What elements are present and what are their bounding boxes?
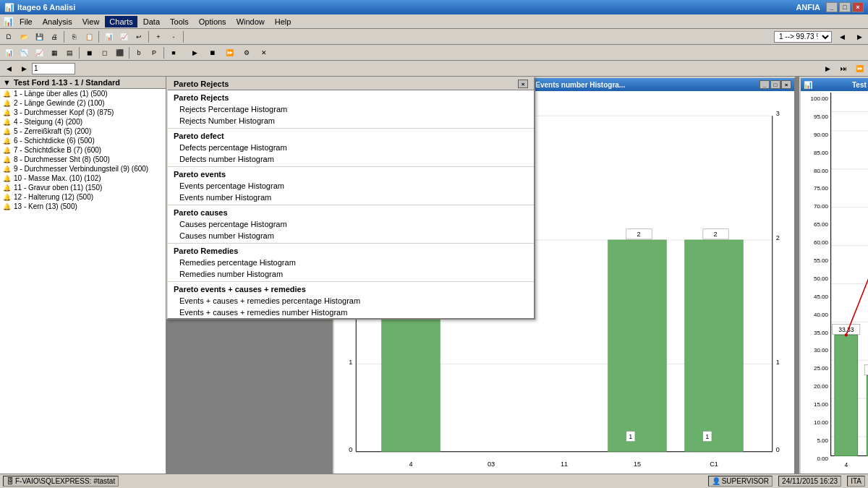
sidebar-item-12[interactable]: 🔔12 - Halterung (12) (500) [0, 192, 166, 202]
paste-button[interactable]: 📋 [82, 30, 96, 43]
sidebar-item-5[interactable]: 🔔5 - Zerreißkraft (5) (200) [0, 127, 166, 136]
menu-data[interactable]: Data [139, 16, 164, 27]
tree-icon-2: 🔔 [3, 100, 11, 107]
menu-tools[interactable]: Tools [166, 16, 193, 27]
undo-button[interactable]: ↩ [132, 30, 146, 43]
t2-btn2[interactable]: 📉 [17, 46, 31, 59]
sidebar-item-1[interactable]: 🔔1 - Länge über alles (1) (500) [0, 89, 166, 98]
toolbar-3: ◀ ▶ ▶ ⏭ ⏩ [0, 61, 868, 77]
dropdown-option-5-0[interactable]: Events + causes + remedies percentage Hi… [168, 295, 534, 307]
t2-btn7[interactable]: ◻ [97, 46, 111, 59]
dropdown-sep-0 [168, 128, 534, 129]
chart1-minimize[interactable]: _ [760, 80, 770, 89]
t2-btn10[interactable]: P [147, 46, 161, 59]
sidebar-item-13[interactable]: 🔔13 - Kern (13) (500) [0, 202, 166, 211]
t2-btn1[interactable]: 📊 [1, 46, 16, 59]
toolbar-1: 🗋 📂 💾 🖨 ⎘ 📋 📊 📈 ↩ + - 1 --> 99.73 % ◀ ▶ [0, 29, 868, 45]
status-right: 👤 SUPERVISOR 24/11/2015 16:23 ITA [708, 476, 865, 487]
svg-text:C1: C1 [710, 461, 718, 468]
collapse-icon[interactable]: ▼ [3, 78, 11, 87]
menu-file[interactable]: File [15, 16, 37, 27]
t2-settings[interactable]: ⚙ [239, 46, 254, 59]
zoom-out[interactable]: - [166, 30, 181, 43]
dropdown-sections: Pareto RejectsRejects Percentage Histogr… [168, 92, 534, 318]
open-button[interactable]: 📂 [17, 30, 31, 43]
t2-stop[interactable]: ⏹ [205, 46, 219, 59]
t2-btn6[interactable]: ◼ [82, 46, 96, 59]
save-button[interactable]: 💾 [32, 30, 46, 43]
t3-right3[interactable]: ⏩ [852, 62, 867, 75]
dropdown-option-0-1[interactable]: Rejects Number Histogram [168, 115, 534, 127]
menu-charts[interactable]: Charts [105, 16, 137, 27]
sidebar-item-11[interactable]: 🔔11 - Gravur oben (11) (150) [0, 183, 166, 192]
dropdown-sep-1 [168, 166, 534, 167]
chart-line[interactable]: 📈 [116, 30, 131, 43]
sep5 [79, 47, 80, 59]
sidebar-item-9[interactable]: 🔔9 - Durchmesser Verbindungsteil (9) (60… [0, 164, 166, 174]
svg-text:03: 03 [488, 461, 495, 468]
dropdown-title-label: Pareto Rejects [174, 80, 229, 88]
dropdown-sep-2 [168, 205, 534, 205]
t3-right1[interactable]: ▶ [820, 62, 835, 75]
dropdown-option-5-1[interactable]: Events + causes + remedies number Histog… [168, 307, 534, 318]
dropdown-option-2-1[interactable]: Events number Histogram [168, 192, 534, 203]
new-button[interactable]: 🗋 [1, 30, 16, 43]
t2-btn3[interactable]: 📈 [32, 46, 46, 59]
menu-analysis[interactable]: Analysis [38, 16, 77, 27]
chart1-close[interactable]: × [781, 80, 791, 89]
sidebar-item-10[interactable]: 🔔10 - Masse Max. (10) (102) [0, 174, 166, 183]
menu-view[interactable]: View [78, 16, 104, 27]
t3-right2[interactable]: ⏭ [836, 62, 851, 75]
menu-options[interactable]: Options [195, 16, 231, 27]
user-icon: 👤 [712, 477, 720, 485]
dropdown-section-2: Pareto events [168, 168, 534, 180]
status-datetime: 24/11/2015 16:23 [778, 476, 841, 487]
sidebar-item-7[interactable]: 🔔7 - Schichtdicke B (7) (600) [0, 145, 166, 155]
minimize-button[interactable]: _ [826, 2, 838, 12]
print-button[interactable]: 🖨 [47, 30, 61, 43]
t2-btn11[interactable]: ■ [166, 46, 181, 59]
dropdown-option-2-0[interactable]: Events percentage Histogram [168, 180, 534, 192]
t2-btn4[interactable]: ▦ [47, 46, 61, 59]
svg-text:4: 4 [844, 461, 848, 468]
t2-x[interactable]: ✕ [257, 46, 271, 59]
tree-icon-5: 🔔 [3, 128, 11, 135]
zoom-in[interactable]: + [151, 30, 166, 43]
tree-icon-4: 🔔 [3, 119, 11, 126]
sidebar-item-8[interactable]: 🔔8 - Durchmesser Sht (8) (500) [0, 155, 166, 164]
dropdown-close-btn[interactable]: × [518, 80, 528, 88]
t2-btn5[interactable]: ▤ [62, 46, 77, 59]
filter-input[interactable] [32, 63, 75, 74]
menu-help[interactable]: Help [271, 16, 296, 27]
nav-fwd[interactable]: ▶ [852, 30, 867, 43]
sidebar-item-6[interactable]: 🔔6 - Schichtdicke (6) (500) [0, 136, 166, 145]
chart1-maximize[interactable]: □ [770, 80, 780, 89]
percentage-dropdown[interactable]: 1 --> 99.73 % [774, 31, 832, 43]
t2-btn9[interactable]: b [132, 46, 146, 59]
dropdown-option-0-0[interactable]: Rejects Percentage Histogram [168, 103, 534, 115]
copy-button[interactable]: ⎘ [67, 30, 81, 43]
maximize-button[interactable]: □ [839, 2, 851, 12]
menu-window[interactable]: Window [232, 16, 269, 27]
chart-bar[interactable]: 📊 [101, 30, 116, 43]
sidebar-item-3[interactable]: 🔔3 - Durchmesser Kopf (3) (875) [0, 108, 166, 117]
t3-btn2[interactable]: ▶ [17, 62, 31, 75]
status-user-label: SUPERVISOR [722, 477, 769, 485]
dropdown-option-1-1[interactable]: Defects number Histogram [168, 153, 534, 165]
nav-back[interactable]: ◀ [835, 30, 849, 43]
dropdown-option-4-0[interactable]: Remedies percentage Histogram [168, 257, 534, 268]
dropdown-option-4-1[interactable]: Remedies number Histogram [168, 268, 534, 280]
t2-play[interactable]: ▶ [187, 46, 202, 59]
t2-ff[interactable]: ⏩ [222, 46, 237, 59]
dropdown-option-3-0[interactable]: Causes percentage Histogram [168, 218, 534, 230]
sidebar-item-4[interactable]: 🔔4 - Steigung (4) (200) [0, 117, 166, 127]
svg-text:4: 4 [409, 461, 412, 468]
t3-btn1[interactable]: ◀ [1, 62, 16, 75]
sep6 [129, 47, 129, 59]
chart2-icon: 📊 [804, 81, 812, 89]
t2-btn8[interactable]: ⬛ [112, 46, 127, 59]
sidebar-item-2[interactable]: 🔔2 - Länge Gewinde (2) (100) [0, 98, 166, 108]
dropdown-option-1-0[interactable]: Defects percentage Histogram [168, 142, 534, 153]
close-button[interactable]: × [852, 2, 864, 12]
dropdown-option-3-1[interactable]: Causes number Histogram [168, 230, 534, 241]
